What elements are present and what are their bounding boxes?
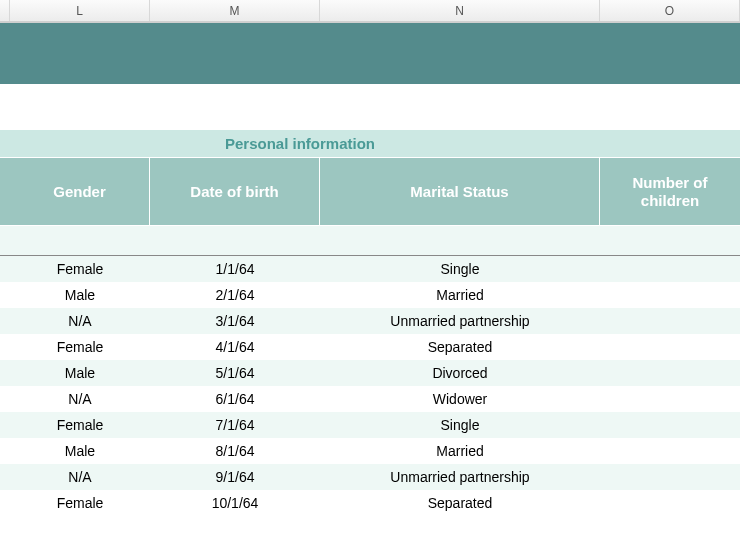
stub bbox=[0, 256, 10, 282]
table-row[interactable]: N/A3/1/64Unmarried partnership bbox=[0, 308, 740, 334]
cell-children[interactable] bbox=[600, 412, 740, 438]
table-row[interactable]: Female7/1/64Single bbox=[0, 412, 740, 438]
spacer bbox=[0, 84, 740, 130]
cell-gender[interactable]: Male bbox=[10, 360, 150, 386]
cell-children[interactable] bbox=[600, 282, 740, 308]
table-row[interactable]: Female10/1/64Separated bbox=[0, 490, 740, 516]
stub bbox=[0, 158, 10, 225]
cell-dob[interactable]: 6/1/64 bbox=[150, 386, 320, 412]
cell-marital[interactable]: Separated bbox=[320, 334, 600, 360]
cell-gender[interactable]: N/A bbox=[10, 464, 150, 490]
section-title[interactable]: Personal information bbox=[0, 130, 740, 158]
table-header-row: Gender Date of birth Marital Status Numb… bbox=[0, 158, 740, 226]
cell-marital[interactable]: Married bbox=[320, 282, 600, 308]
cell-gender[interactable]: Female bbox=[10, 412, 150, 438]
cell-dob[interactable]: 5/1/64 bbox=[150, 360, 320, 386]
cell-dob[interactable]: 7/1/64 bbox=[150, 412, 320, 438]
cell-children[interactable] bbox=[600, 334, 740, 360]
stub bbox=[0, 360, 10, 386]
cell-marital[interactable]: Single bbox=[320, 412, 600, 438]
header-marital[interactable]: Marital Status bbox=[320, 158, 600, 225]
table-row[interactable]: N/A9/1/64Unmarried partnership bbox=[0, 464, 740, 490]
cell-gender[interactable]: Male bbox=[10, 438, 150, 464]
cell-children[interactable] bbox=[600, 464, 740, 490]
spacer-row[interactable] bbox=[0, 226, 740, 256]
cell-gender[interactable]: Male bbox=[10, 282, 150, 308]
table-body: Female1/1/64SingleMale2/1/64MarriedN/A3/… bbox=[0, 256, 740, 516]
cell-gender[interactable]: Female bbox=[10, 256, 150, 282]
header-children[interactable]: Number of children bbox=[600, 158, 740, 225]
cell-marital[interactable]: Divorced bbox=[320, 360, 600, 386]
cell-dob[interactable]: 4/1/64 bbox=[150, 334, 320, 360]
cell-children[interactable] bbox=[600, 360, 740, 386]
stub bbox=[0, 386, 10, 412]
header-gender[interactable]: Gender bbox=[10, 158, 150, 225]
table-row[interactable]: Female4/1/64Separated bbox=[0, 334, 740, 360]
column-letter-bar: L M N O bbox=[0, 0, 740, 22]
column-header-N[interactable]: N bbox=[320, 0, 600, 21]
stub bbox=[0, 282, 10, 308]
table-row[interactable]: Male2/1/64Married bbox=[0, 282, 740, 308]
cell-gender[interactable]: N/A bbox=[10, 308, 150, 334]
cell-children[interactable] bbox=[600, 386, 740, 412]
cell-dob[interactable]: 10/1/64 bbox=[150, 490, 320, 516]
cell-gender[interactable]: N/A bbox=[10, 386, 150, 412]
cell-marital[interactable]: Unmarried partnership bbox=[320, 308, 600, 334]
header-dob[interactable]: Date of birth bbox=[150, 158, 320, 225]
cell-marital[interactable]: Widower bbox=[320, 386, 600, 412]
stub bbox=[0, 464, 10, 490]
cell-children[interactable] bbox=[600, 256, 740, 282]
table-row[interactable]: N/A6/1/64Widower bbox=[0, 386, 740, 412]
cell-children[interactable] bbox=[600, 490, 740, 516]
table-row[interactable]: Male5/1/64Divorced bbox=[0, 360, 740, 386]
column-header-M[interactable]: M bbox=[150, 0, 320, 21]
cell-marital[interactable]: Separated bbox=[320, 490, 600, 516]
cell-gender[interactable]: Female bbox=[10, 490, 150, 516]
table-row[interactable]: Female1/1/64Single bbox=[0, 256, 740, 282]
cell-children[interactable] bbox=[600, 308, 740, 334]
cell-dob[interactable]: 8/1/64 bbox=[150, 438, 320, 464]
column-header-L[interactable]: L bbox=[10, 0, 150, 21]
banner-band bbox=[0, 22, 740, 84]
stub bbox=[0, 308, 10, 334]
stub bbox=[0, 438, 10, 464]
stub bbox=[0, 490, 10, 516]
cell-dob[interactable]: 9/1/64 bbox=[150, 464, 320, 490]
stub bbox=[0, 0, 10, 21]
column-header-O[interactable]: O bbox=[600, 0, 740, 21]
cell-marital[interactable]: Married bbox=[320, 438, 600, 464]
stub bbox=[0, 412, 10, 438]
cell-dob[interactable]: 3/1/64 bbox=[150, 308, 320, 334]
stub bbox=[0, 334, 10, 360]
cell-gender[interactable]: Female bbox=[10, 334, 150, 360]
table-row[interactable]: Male8/1/64Married bbox=[0, 438, 740, 464]
cell-marital[interactable]: Unmarried partnership bbox=[320, 464, 600, 490]
cell-children[interactable] bbox=[600, 438, 740, 464]
cell-dob[interactable]: 1/1/64 bbox=[150, 256, 320, 282]
cell-marital[interactable]: Single bbox=[320, 256, 600, 282]
cell-dob[interactable]: 2/1/64 bbox=[150, 282, 320, 308]
